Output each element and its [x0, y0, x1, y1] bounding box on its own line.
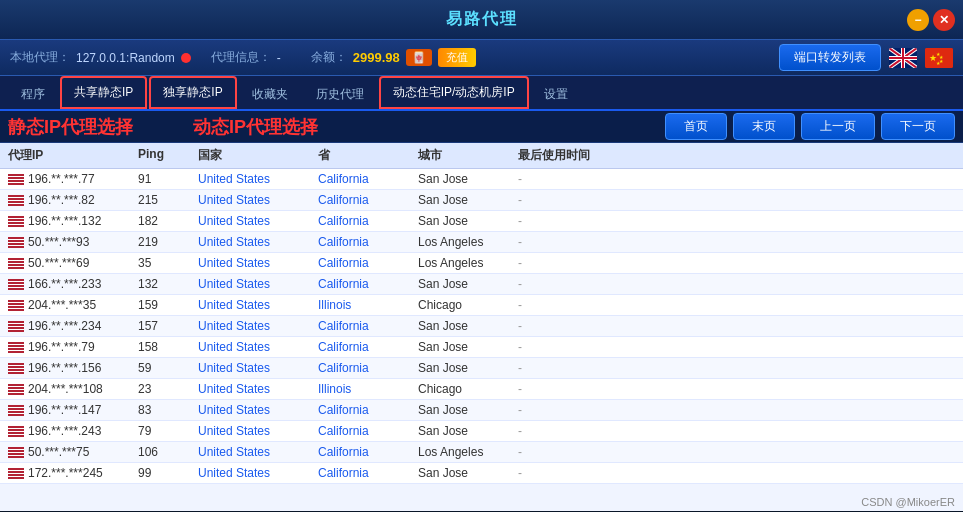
ip-value: 204.***.***35	[28, 298, 96, 312]
port-forward-button[interactable]: 端口转发列表	[779, 44, 881, 71]
cell-city: Los Angeles	[418, 256, 518, 270]
next-page-button[interactable]: 下一页	[881, 113, 955, 140]
cell-ip: 196.**.***.156	[8, 361, 138, 375]
ip-value: 196.**.***.243	[28, 424, 101, 438]
title-bar: 易路代理 − ✕	[0, 0, 963, 40]
cell-country: United States	[198, 214, 318, 228]
cell-country: United States	[198, 193, 318, 207]
first-page-button[interactable]: 首页	[665, 113, 727, 140]
last-page-button[interactable]: 末页	[733, 113, 795, 140]
annotations: 静态IP代理选择 动态IP代理选择	[8, 115, 665, 139]
cell-ping: 159	[138, 298, 198, 312]
ip-value: 196.**.***.156	[28, 361, 101, 375]
cell-state: California	[318, 256, 418, 270]
cell-lastused: -	[518, 361, 955, 375]
table-row[interactable]: 196.**.***.234 157 United States Califor…	[0, 316, 963, 337]
cell-city: San Jose	[418, 214, 518, 228]
table-row[interactable]: 196.**.***.147 83 United States Californ…	[0, 400, 963, 421]
cell-ip: 50.***.***93	[8, 235, 138, 249]
table-row[interactable]: 196.**.***.156 59 United States Californ…	[0, 358, 963, 379]
dynamic-annotation: 动态IP代理选择	[193, 115, 318, 139]
ip-value: 204.***.***108	[28, 382, 103, 396]
table-row[interactable]: 204.***.***108 23 United States Illinois…	[0, 379, 963, 400]
cell-country: United States	[198, 172, 318, 186]
local-proxy-info: 本地代理： 127.0.0.1:Random	[10, 49, 191, 66]
table-row[interactable]: 50.***.***93 219 United States Californi…	[0, 232, 963, 253]
flag-us-icon	[8, 342, 24, 353]
cell-state: Illinois	[318, 298, 418, 312]
table-row[interactable]: 172.***.***245 99 United States Californ…	[0, 463, 963, 484]
cell-lastused: -	[518, 424, 955, 438]
tab-history[interactable]: 历史代理	[303, 79, 377, 109]
flag-us-icon	[8, 321, 24, 332]
flag-us-icon	[8, 237, 24, 248]
cell-state: California	[318, 403, 418, 417]
cell-city: San Jose	[418, 172, 518, 186]
ip-value: 196.**.***.77	[28, 172, 95, 186]
table-row[interactable]: 196.**.***.243 79 United States Californ…	[0, 421, 963, 442]
flag-us-icon	[8, 384, 24, 395]
tab-program[interactable]: 程序	[8, 79, 58, 109]
flag-us-icon	[8, 300, 24, 311]
header-ip: 代理IP	[8, 147, 138, 164]
tab-favorites[interactable]: 收藏夹	[239, 79, 301, 109]
recharge-button[interactable]: 充值	[438, 48, 476, 67]
language-chinese-button[interactable]: ★ ★ ★ ★ ★	[925, 48, 953, 68]
cell-city: Los Angeles	[418, 235, 518, 249]
tab-shared-static[interactable]: 共享静态IP	[60, 76, 147, 109]
cell-ping: 23	[138, 382, 198, 396]
table-row[interactable]: 50.***.***69 35 United States California…	[0, 253, 963, 274]
cell-country: United States	[198, 340, 318, 354]
cell-ip: 172.***.***245	[8, 466, 138, 480]
tab-exclusive-static[interactable]: 独享静态IP	[149, 76, 236, 109]
cell-country: United States	[198, 277, 318, 291]
balance-label: 余额：	[311, 49, 347, 66]
ip-value: 196.**.***.132	[28, 214, 101, 228]
cell-ip: 196.**.***.243	[8, 424, 138, 438]
ip-value: 50.***.***75	[28, 445, 89, 459]
tab-dynamic[interactable]: 动态住宅IP/动态机房IP	[379, 76, 529, 109]
balance-section: 余额： 2999.98 🀄 充值	[311, 48, 476, 67]
flag-us-icon	[8, 363, 24, 374]
cell-ping: 106	[138, 445, 198, 459]
ip-value: 196.**.***.147	[28, 403, 101, 417]
ip-value: 196.**.***.234	[28, 319, 101, 333]
table-row[interactable]: 204.***.***35 159 United States Illinois…	[0, 295, 963, 316]
table-row[interactable]: 196.**.***.79 158 United States Californ…	[0, 337, 963, 358]
cell-lastused: -	[518, 382, 955, 396]
cell-lastused: -	[518, 235, 955, 249]
prev-page-button[interactable]: 上一页	[801, 113, 875, 140]
cell-ping: 79	[138, 424, 198, 438]
cell-ip: 166.**.***.233	[8, 277, 138, 291]
ip-value: 172.***.***245	[28, 466, 103, 480]
cell-state: California	[318, 466, 418, 480]
header-state: 省	[318, 147, 418, 164]
language-english-button[interactable]	[889, 48, 917, 68]
close-button[interactable]: ✕	[933, 9, 955, 31]
table-row[interactable]: 196.**.***.77 91 United States Californi…	[0, 169, 963, 190]
cell-ping: 182	[138, 214, 198, 228]
table-row[interactable]: 50.***.***75 106 United States Californi…	[0, 442, 963, 463]
cell-ip: 196.**.***.234	[8, 319, 138, 333]
table-row[interactable]: 196.**.***.132 182 United States Califor…	[0, 211, 963, 232]
cell-ip: 196.**.***.147	[8, 403, 138, 417]
ip-value: 50.***.***93	[28, 235, 89, 249]
ip-value: 166.**.***.233	[28, 277, 101, 291]
proxy-table: 代理IP Ping 国家 省 城市 最后使用时间 196.**.***.77 9…	[0, 143, 963, 511]
cell-city: San Jose	[418, 193, 518, 207]
tab-settings[interactable]: 设置	[531, 79, 581, 109]
local-proxy-label: 本地代理：	[10, 49, 70, 66]
app-title: 易路代理	[446, 9, 518, 30]
cell-ping: 158	[138, 340, 198, 354]
cell-state: California	[318, 340, 418, 354]
cell-lastused: -	[518, 277, 955, 291]
header-country: 国家	[198, 147, 318, 164]
cell-lastused: -	[518, 340, 955, 354]
header-lastused: 最后使用时间	[518, 147, 955, 164]
minimize-button[interactable]: −	[907, 9, 929, 31]
tab-bar: 程序 共享静态IP 独享静态IP 收藏夹 历史代理 动态住宅IP/动态机房IP …	[0, 76, 963, 111]
cell-ping: 215	[138, 193, 198, 207]
table-row[interactable]: 166.**.***.233 132 United States Califor…	[0, 274, 963, 295]
cell-ping: 219	[138, 235, 198, 249]
table-row[interactable]: 196.**.***.82 215 United States Californ…	[0, 190, 963, 211]
